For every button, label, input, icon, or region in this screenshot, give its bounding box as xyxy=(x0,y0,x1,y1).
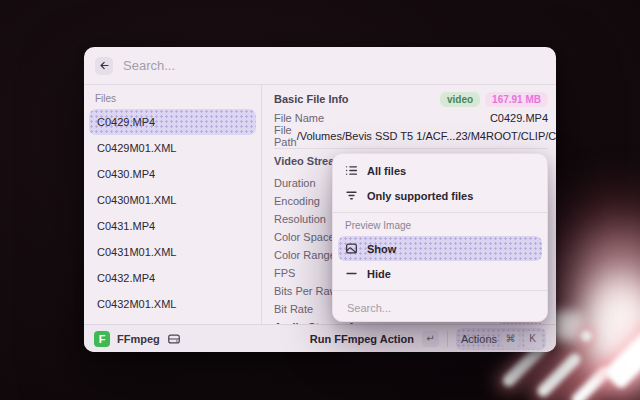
menu-item-all-files[interactable]: All files xyxy=(338,158,542,183)
back-button[interactable] xyxy=(95,57,113,75)
info-row-file-name: File Name C0429.MP4 xyxy=(274,109,548,127)
actions-button[interactable]: Actions ⌘ K xyxy=(456,328,546,350)
cmd-key-badge: ⌘ xyxy=(502,331,519,347)
file-type-badge: video xyxy=(440,92,480,107)
menu-item-label: Show xyxy=(367,243,396,255)
image-icon xyxy=(345,242,358,255)
badge-partial xyxy=(498,322,544,324)
info-value: /Volumes/Bevis SSD T5 1/ACF...23/M4ROOT/… xyxy=(297,130,556,142)
ffmpeg-logo-icon: F xyxy=(94,331,110,347)
menu-item-label: Hide xyxy=(367,268,391,280)
arrow-left-icon xyxy=(99,60,110,71)
list-item[interactable]: C0431M01.XML xyxy=(89,239,256,265)
menu-search-input[interactable]: Search... xyxy=(338,294,542,321)
menu-item-hide[interactable]: Hide xyxy=(338,261,542,286)
drive-icon[interactable] xyxy=(167,332,181,346)
minus-icon xyxy=(345,267,358,280)
info-label: File Path xyxy=(274,124,297,148)
list-item[interactable]: C0432M01.XML xyxy=(89,291,256,317)
menu-item-only-supported[interactable]: Only supported files xyxy=(338,183,542,208)
list-icon xyxy=(345,164,358,177)
list-item[interactable]: C0433.MP4 xyxy=(89,317,256,324)
filter-icon xyxy=(345,189,358,202)
list-item[interactable]: C0432.MP4 xyxy=(89,265,256,291)
desktop-background: Search... Files C0429.MP4 C0429M01.XML C… xyxy=(0,0,640,400)
menu-item-label: Only supported files xyxy=(367,190,473,202)
run-ffmpeg-action-button[interactable]: Run FFmpeg Action xyxy=(310,333,414,345)
divider xyxy=(447,331,448,347)
app-name: FFmpeg xyxy=(117,333,160,345)
filter-dropdown-menu: All files Only supported files Preview I… xyxy=(332,153,548,322)
menu-divider xyxy=(333,290,547,291)
search-input[interactable]: Search... xyxy=(123,58,175,73)
menu-item-show[interactable]: Show xyxy=(338,236,542,261)
menu-divider xyxy=(333,212,547,213)
list-item[interactable]: C0430M01.XML xyxy=(89,187,256,213)
actions-label: Actions xyxy=(461,333,497,345)
file-list-pane: Files C0429.MP4 C0429M01.XML C0430.MP4 C… xyxy=(84,85,262,324)
search-bar: Search... xyxy=(84,47,556,85)
enter-key-badge: ↵ xyxy=(422,331,439,347)
info-section-title: Basic File Info xyxy=(274,93,349,105)
list-item[interactable]: C0430.MP4 xyxy=(89,161,256,187)
footer-bar: F FFmpeg Run FFmpeg Action ↵ Actions ⌘ K xyxy=(84,324,556,352)
list-item[interactable]: C0429M01.XML xyxy=(89,135,256,161)
menu-item-label: All files xyxy=(367,165,406,177)
list-item[interactable]: C0429.MP4 xyxy=(89,109,256,135)
menu-section-label: Preview Image xyxy=(338,216,542,236)
info-label: File Name xyxy=(274,112,324,124)
info-value: C0429.MP4 xyxy=(490,112,548,124)
file-list-header: Files xyxy=(89,85,256,109)
file-size-badge: 167.91 MB xyxy=(485,92,548,107)
divider xyxy=(274,148,548,149)
info-row-file-path: File Path /Volumes/Bevis SSD T5 1/ACF...… xyxy=(274,127,548,145)
k-key-badge: K xyxy=(524,331,541,347)
list-item[interactable]: C0431.MP4 xyxy=(89,213,256,239)
